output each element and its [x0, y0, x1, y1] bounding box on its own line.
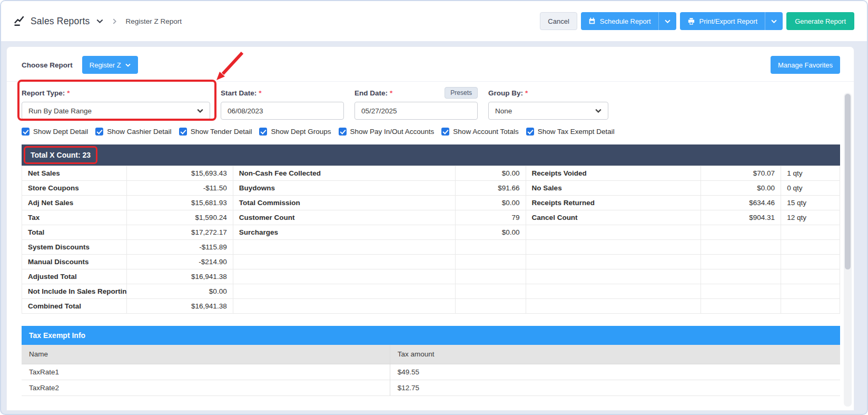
summary-cell: Receipts Returned: [526, 196, 701, 210]
checkbox-show-dept-detail[interactable]: Show Dept Detail: [22, 128, 88, 136]
summary-cell: Total: [22, 225, 127, 240]
end-date-input[interactable]: [354, 102, 478, 120]
summary-cell: Combined Total: [22, 299, 127, 314]
chevron-down-icon[interactable]: [659, 12, 676, 30]
report-selector-button[interactable]: Register Z: [82, 56, 138, 74]
report-type-select[interactable]: Run By Date Range: [22, 102, 210, 120]
summary-table-row: Combined Total$16,941.38: [22, 299, 840, 314]
column-header-tax-amount: Tax amount: [390, 345, 840, 364]
summary-cell: No Sales: [526, 181, 701, 196]
group-by-select[interactable]: None: [488, 102, 608, 120]
checkbox-icon[interactable]: [259, 128, 267, 136]
required-asterisk: *: [259, 89, 261, 97]
checkbox-show-pay-in-out-accounts[interactable]: Show Pay In/Out Accounts: [339, 128, 435, 136]
summary-cell: [526, 269, 701, 284]
checkbox-label: Show Account Totals: [453, 128, 518, 136]
report-type-field: Report Type: * Run By Date Range: [22, 88, 210, 120]
page-title[interactable]: Sales Reports: [31, 16, 90, 27]
report-card: Choose Report Register Z Manage Favorite…: [6, 46, 854, 411]
checkbox-show-cashier-detail[interactable]: Show Cashier Detail: [95, 128, 171, 136]
tax-amount-cell: $12.75: [390, 380, 840, 395]
end-date-field: End Date: * Presets: [354, 88, 478, 120]
filters-row: Report Type: * Run By Date Range: [22, 88, 840, 120]
checkbox-icon[interactable]: [526, 128, 534, 136]
checkbox-show-account-totals[interactable]: Show Account Totals: [441, 128, 518, 136]
printer-icon: [687, 17, 695, 25]
summary-cell: [233, 240, 455, 255]
summary-cell: Not Include In Sales Reporting: [22, 284, 127, 299]
manage-favorites-button[interactable]: Manage Favorites: [771, 56, 840, 74]
summary-cell: [526, 284, 701, 299]
summary-table-row: Adj Net Sales$15,681.93Total Commission$…: [22, 196, 840, 210]
print-export-report-button[interactable]: Print/Export Report: [680, 12, 783, 30]
summary-cell: $0.00: [456, 196, 526, 210]
checkbox-label: Show Dept Groups: [271, 128, 331, 136]
summary-cell: Manual Discounts: [22, 255, 127, 269]
summary-cell: 15 qty: [781, 196, 840, 210]
tax-name-cell: TaxRate1: [22, 364, 390, 380]
summary-table-header: Total X Count: 23: [22, 144, 840, 166]
tax-exempt-row: TaxRate2$12.75: [22, 380, 840, 395]
section-divider: [7, 81, 854, 82]
checkbox-label: Show Cashier Detail: [107, 128, 171, 136]
checkbox-label: Show Tax Exempt Detail: [538, 128, 615, 136]
checkbox-icon[interactable]: [179, 128, 187, 136]
summary-cell: Receipts Voided: [526, 166, 701, 181]
summary-cell: [701, 284, 781, 299]
summary-cell: [233, 299, 455, 314]
summary-cell: $634.46: [701, 196, 781, 210]
summary-cell: 1 qty: [781, 166, 840, 181]
tax-exempt-section: Tax Exempt Info Name Tax amount TaxRate1…: [22, 326, 840, 396]
summary-cell: Net Sales: [22, 166, 127, 181]
summary-cell: $17,272.17: [126, 225, 233, 240]
presets-button[interactable]: Presets: [445, 87, 478, 99]
chevron-down-icon[interactable]: [765, 12, 783, 30]
summary-cell: $70.07: [701, 166, 781, 181]
summary-cell: [526, 240, 701, 255]
summary-table-row: Manual Discounts-$214.90: [22, 255, 840, 269]
summary-cell: [781, 225, 840, 240]
checkbox-icon[interactable]: [22, 128, 29, 136]
summary-cell: -$115.89: [126, 240, 233, 255]
chevron-down-icon[interactable]: [96, 19, 103, 23]
summary-cell: [456, 284, 526, 299]
checkbox-icon[interactable]: [441, 128, 449, 136]
summary-cell: 12 qty: [781, 210, 840, 225]
scrollbar-thumb[interactable]: [845, 94, 851, 269]
summary-table-row: Not Include In Sales Reporting$0.00: [22, 284, 840, 299]
app-window: Sales Reports Register Z Report Cancel: [0, 0, 868, 415]
group-by-field: Group By: * None: [488, 88, 608, 120]
summary-table-row: Tax$1,590.24Customer Count79Cancel Count…: [22, 210, 840, 225]
summary-cell: $16,941.38: [126, 299, 233, 314]
checkbox-icon[interactable]: [95, 128, 103, 136]
summary-cell: [456, 255, 526, 269]
summary-cell: $0.00: [701, 181, 781, 196]
summary-cell: [781, 269, 840, 284]
summary-cell: [701, 299, 781, 314]
checkbox-icon[interactable]: [339, 128, 347, 136]
summary-cell: $1,590.24: [126, 210, 233, 225]
summary-cell: Total Commission: [233, 196, 455, 210]
summary-table-section: Total X Count: 23 Net Sales$15,693.43Non…: [22, 144, 840, 314]
generate-report-button[interactable]: Generate Report: [786, 12, 854, 30]
checkbox-show-tax-exempt-detail[interactable]: Show Tax Exempt Detail: [526, 128, 615, 136]
chevron-down-icon: [197, 109, 203, 113]
summary-cell: [781, 284, 840, 299]
checkbox-label: Show Pay In/Out Accounts: [350, 128, 435, 136]
vertical-scrollbar[interactable]: [844, 93, 852, 407]
group-by-value: None: [495, 107, 512, 115]
summary-cell: Cancel Count: [526, 210, 701, 225]
checkbox-show-dept-groups[interactable]: Show Dept Groups: [259, 128, 331, 136]
tax-exempt-header: Tax Exempt Info: [22, 326, 840, 345]
summary-cell: [781, 299, 840, 314]
summary-cell: [701, 225, 781, 240]
schedule-report-button[interactable]: Schedule Report: [581, 12, 676, 30]
start-date-input[interactable]: [221, 102, 344, 120]
cancel-button[interactable]: Cancel: [540, 12, 577, 30]
summary-cell: $0.00: [456, 225, 526, 240]
tax-name-cell: TaxRate2: [22, 380, 390, 395]
checkbox-show-tender-detail[interactable]: Show Tender Detail: [179, 128, 252, 136]
summary-cell: Adjusted Total: [22, 269, 127, 284]
end-date-label: End Date:: [354, 89, 388, 97]
chevron-down-icon: [595, 109, 601, 113]
